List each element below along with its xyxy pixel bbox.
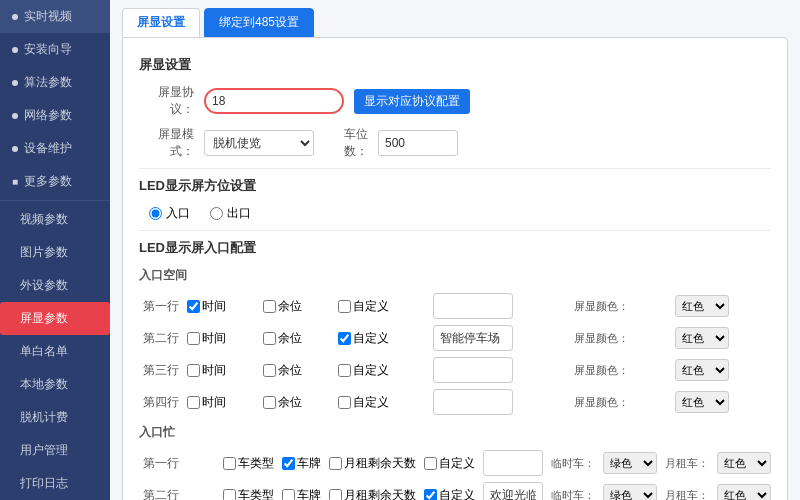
network-icon xyxy=(12,113,18,119)
row1-spare-cb[interactable]: 余位 xyxy=(263,298,331,315)
radio-entrance-label: 入口 xyxy=(166,205,190,222)
realtime-icon xyxy=(12,14,18,20)
row4-time-cb[interactable]: 时间 xyxy=(187,394,255,411)
sidebar-sub-section: 视频参数 图片参数 外设参数 屏显参数 单白名单 本地参数 脱机计费 用户管理 … xyxy=(0,200,110,500)
sidebar-item-install[interactable]: 安装向导 xyxy=(0,33,110,66)
sidebar-item-label: 单白名单 xyxy=(20,343,68,360)
busy-row2-text[interactable] xyxy=(483,482,543,500)
section2-title: LED显示屏方位设置 xyxy=(139,177,771,195)
sidebar-item-user[interactable]: 用户管理 xyxy=(0,434,110,467)
busy-row1-text[interactable] xyxy=(483,450,543,476)
install-icon xyxy=(12,47,18,53)
sidebar-item-label: 外设参数 xyxy=(20,277,68,294)
more-icon: ■ xyxy=(12,176,18,187)
row1-time-cb[interactable]: 时间 xyxy=(187,298,255,315)
sidebar-item-algo[interactable]: 算法参数 xyxy=(0,66,110,99)
mode-row: 屏显模式： 脱机使览 联机模式 车位数： xyxy=(139,126,771,160)
radio-entrance[interactable]: 入口 xyxy=(149,205,190,222)
tab-screen-settings[interactable]: 屏显设置 xyxy=(122,8,200,37)
row4-spare-cb[interactable]: 余位 xyxy=(263,394,331,411)
sidebar-item-label: 脱机计费 xyxy=(20,409,68,426)
sidebar-item-video[interactable]: 视频参数 xyxy=(0,203,110,236)
sidebar-item-label: 网络参数 xyxy=(24,107,72,124)
row3-custom-cb[interactable]: 自定义 xyxy=(338,362,425,379)
divider2 xyxy=(139,230,771,231)
section3-title: LED显示屏入口配置 xyxy=(139,239,771,257)
busy-title: 入口忙 xyxy=(139,424,771,441)
sidebar-item-label: 安装向导 xyxy=(24,41,72,58)
main-content: 屏显设置 绑定到485设置 屏显设置 屏显协议： 显示对应协议配置 屏显模式： … xyxy=(110,0,800,500)
row1-label: 第一行 xyxy=(139,290,183,322)
section1-title: 屏显设置 xyxy=(139,56,771,74)
sidebar-item-picture[interactable]: 图片参数 xyxy=(0,236,110,269)
sidebar-item-device[interactable]: 设备维护 xyxy=(0,132,110,165)
busy-row1-monthly-color[interactable]: 红色绿色黄色 xyxy=(717,452,771,474)
radio-exit[interactable]: 出口 xyxy=(210,205,251,222)
table-row: 第一行 时间 余位 自定义 屏显颜色： 红色绿色黄色 xyxy=(139,290,771,322)
row2-spare-cb[interactable]: 余位 xyxy=(263,330,331,347)
match-btn[interactable]: 显示对应协议配置 xyxy=(354,89,470,114)
sidebar-item-more[interactable]: ■ 更多参数 xyxy=(0,165,110,198)
busy-row1-temp-color[interactable]: 绿色红色黄色 xyxy=(603,452,657,474)
sidebar-item-label: 本地参数 xyxy=(20,376,68,393)
row3-spare-cb[interactable]: 余位 xyxy=(263,362,331,379)
row1-color[interactable]: 红色绿色黄色 xyxy=(675,295,729,317)
sidebar-item-label: 算法参数 xyxy=(24,74,72,91)
protocol-input[interactable] xyxy=(204,88,344,114)
row2-label: 第二行 xyxy=(139,322,183,354)
row2-time-cb[interactable]: 时间 xyxy=(187,330,255,347)
sidebar-item-label: 设备维护 xyxy=(24,140,72,157)
sidebar-item-realtime[interactable]: 实时视频 xyxy=(0,0,110,33)
sidebar-item-whitelist[interactable]: 单白名单 xyxy=(0,335,110,368)
row2-custom-cb[interactable]: 自定义 xyxy=(338,330,425,347)
sidebar-item-local[interactable]: 本地参数 xyxy=(0,368,110,401)
table-row: 第二行 时间 余位 自定义 屏显颜色： 红色绿色黄色 xyxy=(139,322,771,354)
sidebar-item-label: 实时视频 xyxy=(24,8,72,25)
busy-row2-temp-color[interactable]: 绿色红色黄色 xyxy=(603,484,657,500)
algo-icon xyxy=(12,80,18,86)
sidebar-item-peripheral[interactable]: 外设参数 xyxy=(0,269,110,302)
mode-select[interactable]: 脱机使览 联机模式 xyxy=(204,130,314,156)
count-label: 车位数： xyxy=(324,126,368,160)
table-row: 第二行 车类型 车牌 月租剩余天数 自定义 临时车： 绿色红色黄色 月租车： 红… xyxy=(139,479,775,500)
content-area: 屏显设置 屏显协议： 显示对应协议配置 屏显模式： 脱机使览 联机模式 车位数：… xyxy=(122,37,788,500)
row3-custom-text[interactable] xyxy=(433,357,513,383)
row4-label: 第四行 xyxy=(139,386,183,418)
entrance-space-title: 入口空间 xyxy=(139,267,771,284)
radio-exit-label: 出口 xyxy=(227,205,251,222)
sidebar-item-billing[interactable]: 脱机计费 xyxy=(0,401,110,434)
row3-color[interactable]: 红色绿色黄色 xyxy=(675,359,729,381)
divider1 xyxy=(139,168,771,169)
tab-bar: 屏显设置 绑定到485设置 xyxy=(110,0,800,37)
sidebar-item-label: 屏显参数 xyxy=(20,310,68,327)
table-row: 第四行 时间 余位 自定义 屏显颜色： 红色绿色黄色 xyxy=(139,386,771,418)
row1-custom-text[interactable] xyxy=(433,293,513,319)
sidebar-item-label: 视频参数 xyxy=(20,211,68,228)
direction-group: 入口 出口 xyxy=(149,205,771,222)
radio-exit-input[interactable] xyxy=(210,207,223,220)
sidebar-item-label: 图片参数 xyxy=(20,244,68,261)
row4-custom-cb[interactable]: 自定义 xyxy=(338,394,425,411)
tab-485-settings[interactable]: 绑定到485设置 xyxy=(204,8,314,37)
table-row: 第三行 时间 余位 自定义 屏显颜色： 红色绿色黄色 xyxy=(139,354,771,386)
row4-color[interactable]: 红色绿色黄色 xyxy=(675,391,729,413)
device-icon xyxy=(12,146,18,152)
sidebar: 实时视频 安装向导 算法参数 网络参数 设备维护 ■ 更多参数 视频参数 图片参… xyxy=(0,0,110,500)
row2-custom-text[interactable] xyxy=(433,325,513,351)
protocol-row: 屏显协议： 显示对应协议配置 xyxy=(139,84,771,118)
sidebar-item-label: 打印日志 xyxy=(20,475,68,492)
entrance-space-table: 第一行 时间 余位 自定义 屏显颜色： 红色绿色黄色 第二行 时间 余位 自定义… xyxy=(139,290,771,418)
row4-custom-text[interactable] xyxy=(433,389,513,415)
sidebar-item-print[interactable]: 打印日志 xyxy=(0,467,110,500)
sidebar-item-screen[interactable]: 屏显参数 xyxy=(0,302,110,335)
row2-color[interactable]: 红色绿色黄色 xyxy=(675,327,729,349)
protocol-label: 屏显协议： xyxy=(139,84,194,118)
count-input[interactable] xyxy=(378,130,458,156)
row1-custom-cb[interactable]: 自定义 xyxy=(338,298,425,315)
busy-table: 第一行 车类型 车牌 月租剩余天数 自定义 临时车： 绿色红色黄色 月租车： 红… xyxy=(139,447,775,500)
row3-label: 第三行 xyxy=(139,354,183,386)
sidebar-item-network[interactable]: 网络参数 xyxy=(0,99,110,132)
busy-row2-monthly-color[interactable]: 红色绿色黄色 xyxy=(717,484,771,500)
radio-entrance-input[interactable] xyxy=(149,207,162,220)
row3-time-cb[interactable]: 时间 xyxy=(187,362,255,379)
